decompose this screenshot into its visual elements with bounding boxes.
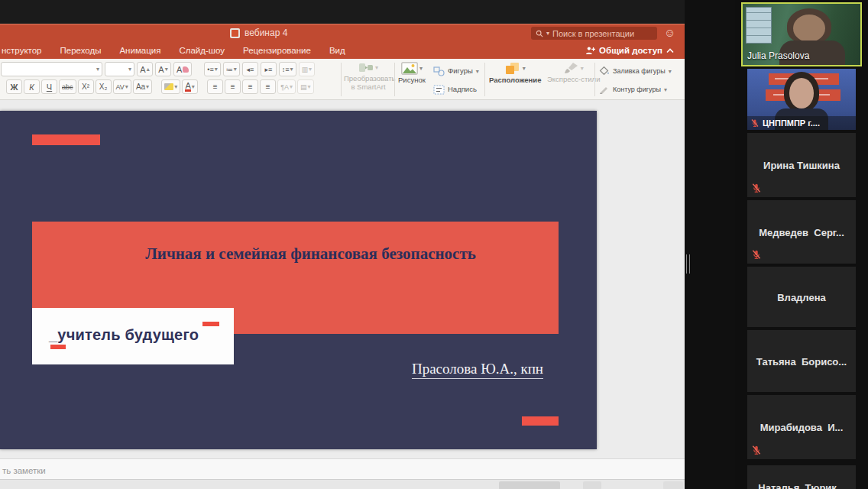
share-access-button[interactable]: Общий доступ (585, 42, 674, 59)
shrink-font-button[interactable]: A▾ (155, 62, 171, 76)
picture-icon (401, 62, 418, 75)
character-spacing-button[interactable]: AV▾ (113, 79, 131, 94)
bullets-button[interactable]: •≡▾ (204, 62, 220, 76)
arrange-icon (505, 62, 520, 75)
shapes-icon (433, 66, 445, 76)
participant-label-row: ЦНППМПР г.... (747, 116, 856, 130)
feedback-smiley-icon[interactable]: ☺ (664, 26, 675, 40)
search-input[interactable]: ▾ Поиск в презентации (531, 27, 657, 40)
logo-box[interactable]: _учитель будущего (32, 308, 234, 364)
textbox-button[interactable]: Надпись (433, 80, 479, 99)
muted-mic-icon (751, 249, 762, 260)
letterbox-top (0, 0, 685, 24)
participant-name-label: ЦНППМПР г.... (763, 118, 820, 128)
participant-name-label: Владлена (747, 291, 856, 303)
participants-panel: Julia Prasolova ЦНППМПР г.... (735, 0, 868, 489)
notes-pane[interactable]: ть заметки (0, 458, 685, 479)
superscript-button[interactable]: X² (78, 79, 94, 94)
tab-view[interactable]: Вид (329, 46, 345, 55)
align-right-button[interactable]: ≡ (242, 79, 258, 94)
font-color-button[interactable]: A▾ (182, 79, 198, 94)
font-size-combo[interactable]: ▾ (105, 62, 134, 76)
logo-red-dash-bottom (50, 345, 66, 349)
document-title: вебинар 4 (245, 28, 287, 38)
participant-tile[interactable]: Медведев Серг... (747, 200, 856, 264)
participant-name-label: Ирина Тишкина (747, 160, 856, 171)
participant-tile[interactable]: Мирабидова И... (747, 395, 856, 459)
logo-underscore: _ (49, 326, 57, 343)
justify-button[interactable]: ≡ (260, 79, 276, 94)
text-highlight-button[interactable]: ▾ (161, 79, 180, 94)
pencil-icon (599, 85, 610, 94)
participant-name-label: Медведев Серг... (747, 226, 856, 238)
align-text-button[interactable]: ▤▾ (297, 79, 314, 94)
ribbon-tabs: нструктор Переходы Анимация Слайд-шоу Ре… (0, 42, 345, 59)
numbering-button[interactable]: ≔▾ (223, 62, 240, 76)
video-tile-cnppmpr[interactable]: ЦНППМПР г.... (747, 69, 856, 130)
line-spacing-button[interactable]: ↕≡▾ (279, 62, 296, 76)
tab-design[interactable]: нструктор (2, 46, 41, 55)
taskbar-item[interactable] (663, 481, 683, 489)
search-icon (536, 30, 543, 37)
outdent-button[interactable]: ◂≡ (242, 62, 258, 76)
participant-face (789, 78, 814, 108)
change-case-button[interactable]: Aa▾ (133, 79, 152, 94)
align-center-button[interactable]: ≡ (225, 79, 241, 94)
search-scope-arrow-icon: ▾ (546, 30, 549, 37)
participant-tile[interactable]: Владлена (747, 267, 856, 327)
slide-accent-bar-top (32, 134, 100, 145)
italic-button[interactable]: К (24, 79, 40, 94)
clear-formatting-button[interactable]: A (173, 62, 192, 76)
font-name-combo[interactable]: ▾ (1, 62, 102, 76)
ribbon: ▾ ▾ A▴ A▾ A •≡▾ ≔▾ ◂≡ ▸≡ ↕≡▾ ▥▾ Ж К Ч ab… (0, 59, 685, 100)
text-direction-button[interactable]: ¶A▾ (277, 79, 296, 94)
shapes-button[interactable]: Фигуры ▾ (433, 62, 479, 80)
participant-name-label: Татьяна Борисо... (747, 355, 856, 367)
subscript-button[interactable]: X₂ (96, 79, 112, 94)
panel-resize-handle[interactable] (686, 254, 690, 274)
panel-divider-zone (685, 0, 735, 489)
muted-mic-icon (751, 183, 762, 193)
notes-placeholder: ть заметки (2, 466, 46, 475)
taskbar-item[interactable] (583, 481, 601, 489)
participant-tile[interactable]: Наталья Тюрик... (747, 465, 856, 489)
columns-button[interactable]: ▥▾ (299, 62, 316, 76)
conference-window: вебинар 4 ▾ Поиск в презентации ☺ нструк… (0, 0, 868, 489)
tab-transitions[interactable]: Переходы (60, 46, 101, 55)
underline-button[interactable]: Ч (41, 79, 57, 94)
quick-styles-button[interactable]: ▾ Экспресс-стили (547, 59, 600, 99)
participant-tile[interactable]: Татьяна Борисо... (747, 330, 856, 392)
strikethrough-button[interactable]: abc (59, 79, 76, 94)
share-access-label: Общий доступ (599, 46, 662, 55)
ribbon-tabbar: нструктор Переходы Анимация Слайд-шоу Ре… (0, 42, 685, 59)
tab-slideshow[interactable]: Слайд-шоу (179, 46, 225, 55)
participant-name-label: Julia Prasolova (747, 50, 809, 61)
taskbar-item[interactable] (499, 481, 560, 489)
document-title-group: вебинар 4 (230, 28, 287, 38)
search-placeholder: Поиск в презентации (552, 29, 634, 38)
muted-mic-icon (751, 445, 762, 455)
convert-smartart-button[interactable]: ▾ Преобразовать в SmartArt (343, 59, 394, 99)
insert-picture-button[interactable]: ▾ Рисунок (398, 59, 426, 99)
paint-bucket-icon (599, 66, 610, 76)
tab-review[interactable]: Рецензирование (243, 46, 311, 55)
slide-accent-bar-bottom (522, 416, 559, 426)
taskbar-sliver (0, 479, 685, 489)
bold-button[interactable]: Ж (6, 79, 22, 94)
indent-button[interactable]: ▸≡ (261, 62, 277, 76)
arrange-button[interactable]: ▾ Расположение (489, 59, 541, 99)
video-tile-julia[interactable]: Julia Prasolova (741, 2, 862, 66)
slide-author[interactable]: Прасолова Ю.А., кпн (412, 361, 543, 379)
align-left-button[interactable]: ≡ (207, 79, 223, 94)
person-plus-icon (585, 46, 595, 55)
participant-tile[interactable]: Ирина Тишкина (747, 133, 856, 197)
smartart-icon (358, 62, 374, 73)
grow-font-button[interactable]: A▴ (137, 62, 153, 76)
shape-fill-button[interactable]: Заливка фигуры ▾ (599, 62, 683, 80)
slide-canvas[interactable]: Личная и семейная финансовая безопасност… (0, 111, 597, 449)
brush-icon (564, 62, 578, 74)
powerpoint-doc-icon (230, 28, 240, 38)
shape-outline-button[interactable]: Контур фигуры ▾ (599, 80, 683, 99)
slide-title[interactable]: Личная и семейная финансовая безопасност… (78, 244, 543, 264)
tab-animation[interactable]: Анимация (119, 46, 160, 55)
